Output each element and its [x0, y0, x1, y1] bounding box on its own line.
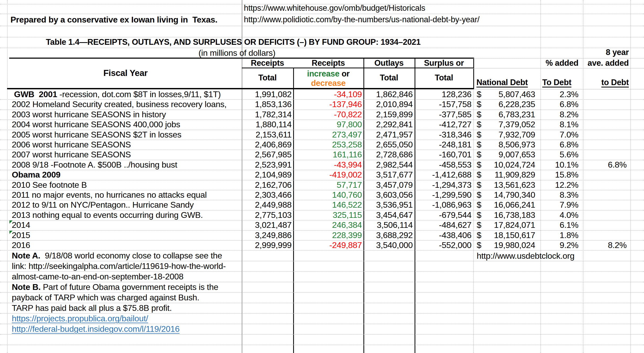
- avg-added-cell[interactable]: [583, 190, 627, 200]
- receipts-total-cell[interactable]: 3,249,886: [242, 230, 292, 240]
- pct-added-cell[interactable]: 8.3%: [540, 190, 578, 200]
- receipts-total-cell[interactable]: 2,406,869: [242, 140, 292, 150]
- column-header-ave-added[interactable]: ave. added: [583, 59, 629, 68]
- pct-added-cell[interactable]: 2.3%: [540, 89, 578, 99]
- outlays-total-cell[interactable]: 2,471,957: [363, 130, 413, 140]
- pct-added-cell[interactable]: 8.1%: [540, 119, 578, 129]
- avg-added-cell[interactable]: [583, 220, 627, 230]
- receipts-total-cell[interactable]: 2,523,991: [242, 160, 292, 170]
- receipts-change-cell[interactable]: -70,822: [293, 109, 362, 119]
- receipts-change-cell[interactable]: -249,887: [293, 240, 362, 250]
- outlays-total-cell[interactable]: 3,603,056: [363, 190, 413, 200]
- source-url-whitehouse[interactable]: https://www.whitehouse.gov/omb/budget/Hi…: [244, 3, 425, 14]
- receipts-total-cell[interactable]: 2,104,989: [242, 170, 292, 180]
- surplus-total-cell[interactable]: -1,412,688: [415, 170, 471, 180]
- avg-added-cell[interactable]: [583, 230, 627, 240]
- subheader-receipts-total[interactable]: Total: [242, 68, 293, 88]
- fiscal-year-cell[interactable]: GWB 2001 -recession, dot.com $8T in loss…: [9, 89, 221, 99]
- outlays-total-cell[interactable]: 2,010,894: [363, 99, 413, 109]
- pct-added-cell[interactable]: 1.8%: [540, 230, 578, 240]
- national-debt-cell[interactable]: $14,790,340: [477, 190, 535, 200]
- column-header-surplus[interactable]: Surplus or: [415, 59, 473, 68]
- column-header-receipts-total[interactable]: Receipts: [242, 59, 293, 68]
- subheader-surplus-total[interactable]: Total: [415, 68, 473, 88]
- surplus-total-cell[interactable]: -160,701: [415, 150, 471, 159]
- pct-added-cell[interactable]: 4.0%: [540, 210, 578, 220]
- column-header-to-debt[interactable]: To Debt: [542, 77, 571, 88]
- outlays-total-cell[interactable]: 1,862,846: [363, 89, 413, 99]
- avg-added-cell[interactable]: [583, 150, 627, 159]
- avg-added-cell[interactable]: [583, 130, 627, 140]
- national-debt-cell[interactable]: $16,738,183: [477, 210, 535, 220]
- column-header-to-debt-8yr[interactable]: to Debt: [583, 77, 629, 88]
- receipts-change-cell[interactable]: 161,116: [293, 150, 362, 159]
- surplus-total-cell[interactable]: -552,000: [415, 240, 471, 250]
- avg-added-cell[interactable]: [583, 210, 627, 220]
- pct-added-cell[interactable]: 7.9%: [540, 200, 578, 210]
- national-debt-cell[interactable]: $7,379,052: [477, 119, 535, 129]
- surplus-total-cell[interactable]: 128,236: [415, 89, 471, 99]
- pct-added-cell[interactable]: 8.2%: [540, 109, 578, 119]
- national-debt-cell[interactable]: $11,909,829: [477, 170, 535, 180]
- footnote-hyperlink[interactable]: https://projects.propublica.org/bailout/: [12, 313, 148, 324]
- column-header-national-debt[interactable]: National Debt: [476, 77, 528, 88]
- fiscal-year-cell[interactable]: 2013 nothing equal to events occurring d…: [9, 210, 203, 220]
- receipts-total-cell[interactable]: 2,999,999: [242, 240, 292, 250]
- receipts-total-cell[interactable]: 2,153,611: [242, 130, 292, 140]
- receipts-change-cell[interactable]: -43,994: [293, 160, 362, 170]
- receipts-change-cell[interactable]: 253,258: [293, 140, 362, 150]
- receipts-change-cell[interactable]: 273,497: [293, 130, 362, 140]
- receipts-total-cell[interactable]: 2,567,985: [242, 150, 292, 159]
- receipts-change-cell[interactable]: 146,522: [293, 200, 362, 210]
- surplus-total-cell[interactable]: -412,727: [415, 119, 471, 129]
- pct-added-cell[interactable]: 10.1%: [540, 160, 578, 170]
- pct-added-cell[interactable]: 15.8%: [540, 170, 578, 180]
- avg-added-cell[interactable]: 6.8%: [583, 160, 627, 170]
- pct-added-cell[interactable]: 12.2%: [540, 180, 578, 190]
- pct-added-cell[interactable]: 6.8%: [540, 140, 578, 150]
- national-debt-cell[interactable]: $9,007,653: [477, 150, 535, 159]
- outlays-total-cell[interactable]: 3,454,647: [363, 210, 413, 220]
- national-debt-cell[interactable]: $19,980,024: [477, 240, 535, 250]
- avg-added-cell[interactable]: [583, 180, 627, 190]
- surplus-total-cell[interactable]: -1,086,963: [415, 200, 471, 210]
- avg-added-cell[interactable]: [583, 109, 627, 119]
- outlays-total-cell[interactable]: 2,159,899: [363, 109, 413, 119]
- usdebtclock-url[interactable]: http://www.usdebtclock.org: [477, 251, 575, 261]
- subheader-outlays-total[interactable]: Total: [363, 68, 415, 88]
- surplus-total-cell[interactable]: -458,553: [415, 160, 471, 170]
- outlays-total-cell[interactable]: 2,292,841: [363, 119, 413, 129]
- fiscal-year-cell[interactable]: 2008 9/18 -Footnote A. $500B ../housing …: [9, 160, 177, 170]
- receipts-change-cell[interactable]: -34,109: [293, 89, 362, 99]
- national-debt-cell[interactable]: $17,824,071: [477, 220, 535, 230]
- national-debt-cell[interactable]: $8,506,973: [477, 140, 535, 150]
- receipts-change-cell[interactable]: 246,384: [293, 220, 362, 230]
- fiscal-year-cell[interactable]: 2005 worst hurricane SEASONS $2T in loss…: [9, 130, 181, 140]
- outlays-total-cell[interactable]: 3,506,114: [363, 220, 413, 230]
- fiscal-year-cell[interactable]: 2012 to 9/11 on NYC/Pentagon.. Hurricane…: [9, 200, 194, 210]
- surplus-total-cell[interactable]: -484,627: [415, 220, 471, 230]
- surplus-total-cell[interactable]: -679,544: [415, 210, 471, 220]
- receipts-total-cell[interactable]: 2,449,988: [242, 200, 292, 210]
- national-debt-cell[interactable]: $18,150,617: [477, 230, 535, 240]
- fiscal-year-cell[interactable]: 2011 no major events, no hurricanes no a…: [9, 190, 207, 200]
- footnote-hyperlink[interactable]: http://federal-budget.insidegov.com/l/11…: [12, 324, 180, 334]
- national-debt-cell[interactable]: $6,228,235: [477, 99, 535, 109]
- receipts-total-cell[interactable]: 2,775,103: [242, 210, 292, 220]
- surplus-total-cell[interactable]: -1,294,373: [415, 180, 471, 190]
- avg-added-cell[interactable]: 8.2%: [583, 240, 627, 250]
- fiscal-year-cell[interactable]: 2003 worst hurricane SEASONS in history: [9, 109, 166, 119]
- avg-added-cell[interactable]: [583, 99, 627, 109]
- fiscal-year-cell[interactable]: 2002 Homeland Security created, business…: [9, 99, 227, 109]
- surplus-total-cell[interactable]: -438,406: [415, 230, 471, 240]
- outlays-total-cell[interactable]: 2,728,686: [363, 150, 413, 159]
- column-header-pct-added[interactable]: % added: [540, 59, 578, 68]
- receipts-total-cell[interactable]: 1,991,082: [242, 89, 292, 99]
- surplus-total-cell[interactable]: -157,758: [415, 99, 471, 109]
- national-debt-cell[interactable]: $5,807,463: [477, 89, 535, 99]
- receipts-total-cell[interactable]: 1,853,136: [242, 99, 292, 109]
- receipts-total-cell[interactable]: 1,880,114: [242, 119, 292, 129]
- fiscal-year-cell[interactable]: 2006 worst hurricane SEASONS: [9, 140, 131, 150]
- receipts-change-cell[interactable]: 325,115: [293, 210, 362, 220]
- receipts-change-cell[interactable]: 140,760: [293, 190, 362, 200]
